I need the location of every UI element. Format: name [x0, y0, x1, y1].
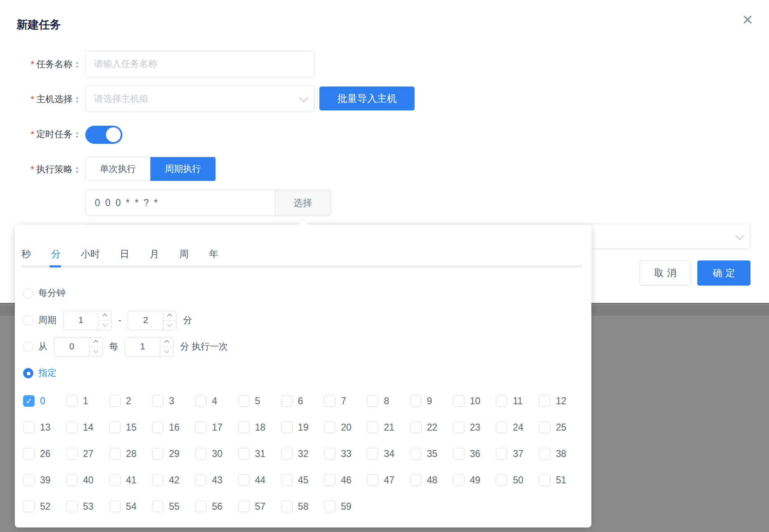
minute-checkbox-56[interactable] [195, 501, 206, 512]
minute-checkbox-3[interactable] [152, 395, 164, 407]
minute-checkbox-27[interactable] [66, 448, 77, 459]
minute-checkbox-52[interactable] [23, 501, 35, 512]
close-icon[interactable]: ✕ [739, 11, 757, 29]
minute-checkbox-54[interactable] [109, 501, 121, 512]
cron-tab-秒[interactable]: 秒 [21, 248, 31, 260]
cron-tab-月[interactable]: 月 [150, 248, 159, 260]
cron-tab-小时[interactable]: 小时 [81, 248, 100, 260]
minute-checkbox-57[interactable] [238, 501, 250, 512]
cron-expression-input[interactable] [86, 190, 275, 215]
timer-toggle[interactable] [85, 126, 122, 144]
batch-import-hosts-button[interactable]: 批量导入主机 [319, 87, 415, 110]
minute-checkbox-39[interactable] [23, 474, 35, 486]
minute-checkbox-48[interactable] [410, 474, 422, 486]
stepper-up-button[interactable] [98, 311, 111, 320]
minute-checkbox-9[interactable] [410, 395, 422, 407]
minute-checkbox-30[interactable] [195, 448, 206, 459]
cron-tab-周[interactable]: 周 [179, 248, 189, 260]
minute-checkbox-53[interactable] [66, 501, 77, 512]
minute-cell-10: 10 [453, 388, 496, 414]
minute-checkbox-5[interactable] [238, 395, 250, 407]
minute-checkbox-58[interactable] [281, 501, 293, 512]
every-minute-radio[interactable] [23, 288, 33, 298]
step-start-input[interactable] [54, 337, 89, 356]
minute-checkbox-17[interactable] [195, 422, 206, 433]
minute-checkbox-35[interactable] [410, 448, 422, 459]
minute-checkbox-6[interactable] [281, 395, 293, 407]
strategy-periodic-button[interactable]: 周期执行 [150, 157, 216, 181]
cancel-button[interactable]: 取消 [640, 260, 691, 286]
minute-checkbox-34[interactable] [367, 448, 378, 459]
minute-checkbox-10[interactable] [453, 395, 464, 407]
minute-label: 50 [513, 475, 523, 486]
minute-checkbox-8[interactable] [367, 395, 378, 407]
minute-checkbox-14[interactable] [66, 422, 77, 433]
minute-checkbox-11[interactable] [496, 395, 507, 407]
minute-checkbox-42[interactable] [152, 474, 164, 486]
minute-checkbox-32[interactable] [281, 448, 293, 459]
minute-checkbox-38[interactable] [539, 448, 551, 459]
minute-checkbox-44[interactable] [238, 474, 250, 486]
minute-checkbox-20[interactable] [324, 422, 335, 433]
range-from-input[interactable] [63, 311, 98, 330]
step-interval-input[interactable] [125, 337, 160, 356]
minute-cell-3: 3 [152, 388, 195, 414]
cron-tab-日[interactable]: 日 [120, 248, 129, 260]
minute-checkbox-45[interactable] [281, 474, 293, 486]
stepper-down-button[interactable] [89, 347, 102, 356]
range-radio[interactable] [23, 315, 33, 326]
minute-checkbox-23[interactable] [453, 422, 464, 433]
stepper-up-button[interactable] [160, 337, 173, 347]
range-to-input[interactable] [128, 311, 163, 330]
minute-checkbox-29[interactable] [152, 448, 164, 459]
minute-checkbox-25[interactable] [539, 422, 551, 433]
stepper-down-button[interactable] [163, 320, 176, 330]
stepper-down-button[interactable] [160, 347, 173, 356]
minute-checkbox-4[interactable] [195, 395, 206, 407]
cron-tab-分[interactable]: 分 [51, 248, 61, 260]
minute-checkbox-47[interactable] [367, 474, 378, 486]
minute-checkbox-15[interactable] [109, 422, 121, 433]
minute-checkbox-31[interactable] [238, 448, 250, 459]
minute-checkbox-16[interactable] [152, 422, 164, 433]
minute-checkbox-13[interactable] [23, 422, 35, 433]
cron-tab-年[interactable]: 年 [209, 248, 218, 260]
specify-radio[interactable] [23, 368, 33, 378]
minute-checkbox-22[interactable] [410, 422, 422, 433]
minute-checkbox-46[interactable] [324, 474, 335, 486]
confirm-button[interactable]: 确定 [697, 260, 750, 286]
minute-checkbox-33[interactable] [324, 448, 335, 459]
minute-checkbox-1[interactable] [66, 395, 77, 407]
minute-checkbox-40[interactable] [66, 474, 77, 486]
minute-checkbox-26[interactable] [23, 448, 35, 459]
minute-checkbox-50[interactable] [496, 474, 507, 486]
minute-checkbox-12[interactable] [539, 395, 551, 407]
minute-checkbox-49[interactable] [453, 474, 464, 486]
minute-checkbox-55[interactable] [152, 501, 164, 512]
minute-label: 46 [341, 475, 352, 486]
minute-checkbox-37[interactable] [496, 448, 507, 459]
minute-checkbox-7[interactable] [324, 395, 335, 407]
minute-checkbox-51[interactable] [539, 474, 551, 486]
stepper-up-button[interactable] [163, 311, 176, 320]
stepper-up-button[interactable] [89, 337, 102, 347]
minute-checkbox-43[interactable] [195, 474, 206, 486]
minute-checkbox-2[interactable] [109, 395, 121, 407]
task-name-input[interactable] [86, 51, 314, 77]
stepper-down-button[interactable] [98, 320, 111, 330]
minute-checkbox-36[interactable] [453, 448, 464, 459]
step-radio[interactable] [23, 342, 33, 352]
minute-cell-29: 29 [152, 441, 195, 467]
host-group-select[interactable]: 请选择主机组 [85, 85, 314, 112]
minute-checkbox-28[interactable] [109, 448, 121, 459]
minute-checkbox-59[interactable] [324, 501, 335, 512]
minute-checkbox-24[interactable] [496, 422, 507, 433]
minute-checkbox-18[interactable] [238, 422, 250, 433]
minute-checkbox-41[interactable] [109, 474, 121, 486]
cron-select-button[interactable]: 选择 [275, 190, 331, 216]
minute-cell-45: 45 [281, 467, 324, 493]
minute-checkbox-19[interactable] [281, 422, 293, 433]
strategy-once-button[interactable]: 单次执行 [85, 157, 150, 181]
minute-checkbox-0[interactable]: ✓ [23, 395, 35, 407]
minute-checkbox-21[interactable] [367, 422, 378, 433]
